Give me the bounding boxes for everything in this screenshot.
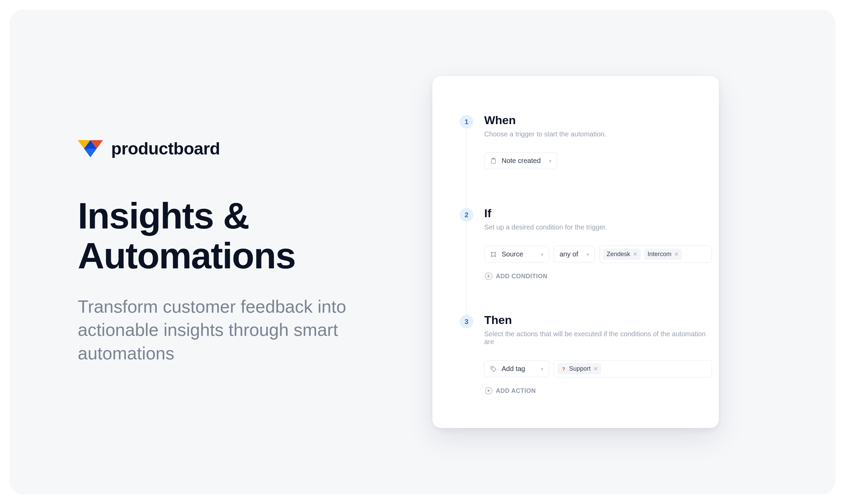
condition-field-select[interactable]: Source ▾ <box>484 246 549 263</box>
page-subheadline: Transform customer feedback into actiona… <box>78 295 391 365</box>
remove-chip-icon[interactable]: ✕ <box>593 366 598 372</box>
step-description: Set up a desired condition for the trigg… <box>484 223 712 231</box>
svg-marker-2 <box>84 149 97 157</box>
action-values-input[interactable]: ? Support ✕ <box>554 360 712 377</box>
chevron-down-icon: ▾ <box>587 252 589 257</box>
action-type-select[interactable]: Add tag ▾ <box>484 360 549 377</box>
brand-logo: productboard <box>78 139 405 159</box>
step-number-badge: 1 <box>460 115 473 129</box>
remove-chip-icon[interactable]: ✕ <box>674 251 679 257</box>
condition-operator-select[interactable]: any of ▾ <box>554 246 595 263</box>
note-icon <box>490 158 497 164</box>
plus-circle-icon: + <box>485 272 492 280</box>
chip-label: Zendesk <box>607 251 630 258</box>
remove-chip-icon[interactable]: ✕ <box>633 251 637 257</box>
action-type-label: Add tag <box>502 365 525 373</box>
step-title: When <box>484 114 712 127</box>
svg-point-6 <box>491 252 492 253</box>
trigger-label: Note created <box>502 157 541 165</box>
page-headline: Insights & Automations <box>78 196 405 276</box>
automation-builder-panel: 1 When Choose a trigger to start the aut… <box>432 76 719 428</box>
step-title: Then <box>484 313 712 327</box>
value-chip[interactable]: Zendesk ✕ <box>603 249 641 260</box>
add-action-button[interactable]: + Add Action <box>484 384 712 397</box>
chevron-down-icon: ▾ <box>541 252 543 257</box>
value-chip[interactable]: ? Support ✕ <box>558 363 601 374</box>
step-if: 2 If Set up a desired condition for the … <box>460 207 719 283</box>
step-number-badge: 3 <box>460 315 473 328</box>
step-description: Select the actions that will be executed… <box>484 330 712 346</box>
hero-left: productboard Insights & Automations Tran… <box>78 139 405 365</box>
step-then: 3 Then Select the actions that will be e… <box>460 313 719 397</box>
tag-icon <box>490 366 497 372</box>
step-when: 1 When Choose a trigger to start the aut… <box>460 114 719 176</box>
source-icon <box>490 251 497 258</box>
svg-point-7 <box>494 252 495 253</box>
chip-label: Support <box>569 365 591 372</box>
svg-point-9 <box>494 255 495 256</box>
brand-name: productboard <box>111 139 220 159</box>
step-title: If <box>484 207 712 220</box>
condition-operator-label: any of <box>560 250 578 258</box>
value-chip[interactable]: Intercom ✕ <box>644 249 682 260</box>
plus-circle-icon: + <box>485 387 492 395</box>
condition-values-input[interactable]: Zendesk ✕ Intercom ✕ <box>599 246 712 263</box>
step-number-badge: 2 <box>460 208 473 222</box>
productboard-logo-icon <box>78 140 103 157</box>
trigger-select[interactable]: Note created ▾ <box>484 152 557 169</box>
add-condition-label: Add Condition <box>496 273 548 280</box>
add-condition-button[interactable]: + Add Condition <box>484 270 712 283</box>
chevron-down-icon: ▾ <box>549 158 551 164</box>
condition-field-label: Source <box>502 250 523 258</box>
add-action-label: Add Action <box>496 387 536 395</box>
warning-icon: ? <box>561 366 566 372</box>
step-description: Choose a trigger to start the automation… <box>484 130 712 138</box>
chevron-down-icon: ▾ <box>541 366 543 372</box>
svg-point-8 <box>491 255 492 256</box>
svg-point-10 <box>492 367 493 368</box>
hero-canvas: productboard Insights & Automations Tran… <box>10 10 835 494</box>
chip-label: Intercom <box>648 251 671 258</box>
